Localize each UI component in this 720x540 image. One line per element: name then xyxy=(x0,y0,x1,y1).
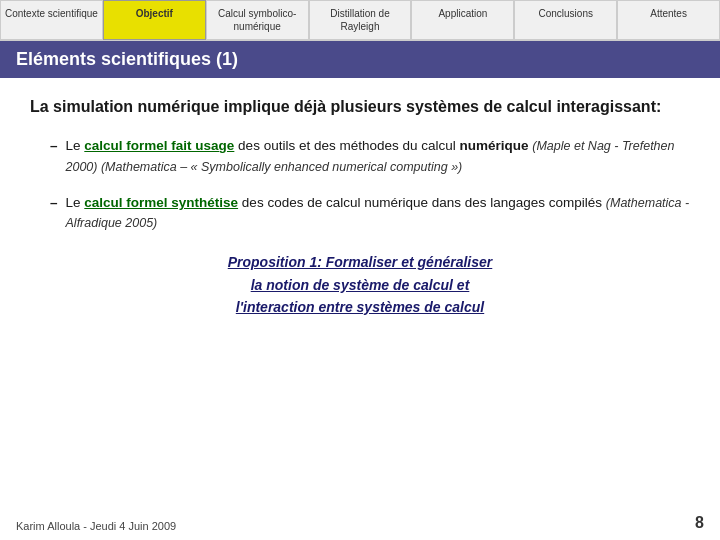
highlight-calcul-formel-1: calcul formel fait usage xyxy=(84,138,234,153)
nav-item-contexte[interactable]: Contexte scientifique xyxy=(0,0,103,40)
proposition-box: Proposition 1: Formaliser et généraliser… xyxy=(30,251,690,318)
intro-text: La simulation numérique implique déjà pl… xyxy=(30,96,690,118)
bullet-item-1: – Le calcul formel fait usage des outils… xyxy=(50,136,690,177)
section-title: Eléments scientifiques (1) xyxy=(16,49,238,69)
page-number: 8 xyxy=(695,514,704,532)
highlight-calcul-formel-2: calcul formel synthétise xyxy=(84,195,238,210)
navigation-bar: Contexte scientifique Objectif Calcul sy… xyxy=(0,0,720,41)
bullet-dash-1: – xyxy=(50,136,58,177)
main-content: La simulation numérique implique déjà pl… xyxy=(0,78,720,339)
nav-item-conclusions[interactable]: Conclusions xyxy=(514,0,617,40)
nav-item-application[interactable]: Application xyxy=(411,0,514,40)
bullet-item-2: – Le calcul formel synthétise des codes … xyxy=(50,193,690,234)
section-title-bar: Eléments scientifiques (1) xyxy=(0,41,720,78)
footer-author: Karim Alloula - Jeudi 4 Juin 2009 xyxy=(16,520,176,532)
bullet-text-2: Le calcul formel synthétise des codes de… xyxy=(66,193,690,234)
proposition-line2: la notion de système de calcul et xyxy=(30,274,690,296)
nav-item-attentes[interactable]: Attentes xyxy=(617,0,720,40)
bullet-dash-2: – xyxy=(50,193,58,234)
nav-item-objectif[interactable]: Objectif xyxy=(103,0,206,40)
bullet-list: – Le calcul formel fait usage des outils… xyxy=(50,136,690,233)
nav-item-calcul[interactable]: Calcul symbolico-numérique xyxy=(206,0,309,40)
bullet-text-1: Le calcul formel fait usage des outils e… xyxy=(66,136,690,177)
nav-item-distillation[interactable]: Distillation de Rayleigh xyxy=(309,0,412,40)
bold-numerique: numérique xyxy=(460,138,529,153)
proposition-line1: Proposition 1: Formaliser et généraliser xyxy=(30,251,690,273)
proposition-line3: l'interaction entre systèmes de calcul xyxy=(30,296,690,318)
